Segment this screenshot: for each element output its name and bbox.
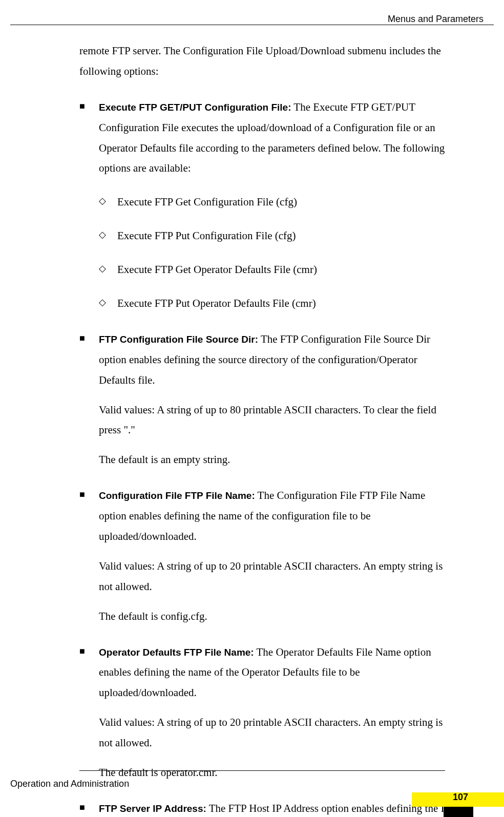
black-box: [444, 807, 473, 817]
content-area: remote FTP server. The Configuration Fil…: [79, 41, 450, 817]
bullet-title: FTP Server IP Address:: [99, 803, 206, 814]
bullet-title: Configuration File FTP File Name:: [99, 490, 255, 501]
intro-paragraph: remote FTP server. The Configuration Fil…: [79, 41, 450, 82]
footer-text: Operation and Administration: [10, 775, 494, 792]
footer-rule: [79, 770, 445, 771]
bullet-para: Valid values: A string of up to 80 print…: [99, 400, 450, 441]
header-rule: [10, 25, 494, 25]
bullet-para: Valid values: A string of up to 20 print…: [99, 556, 450, 597]
page-number-area: 107: [412, 792, 504, 817]
header-text: Menus and Parameters: [388, 10, 484, 28]
bullet-item-5: FTP Server IP Address: The FTP Host IP A…: [79, 799, 450, 817]
bullet-title: Operator Defaults FTP File Name:: [99, 647, 254, 658]
bullet-item-3: Configuration File FTP File Name: The Co…: [79, 486, 450, 626]
bullet-title: FTP Configuration File Source Dir:: [99, 334, 258, 345]
bullet-para: The default is an empty string.: [99, 450, 450, 470]
bullet-item-1: Execute FTP GET/PUT Configuration File: …: [79, 97, 450, 314]
bullet-para: Valid values: A string of up to 20 print…: [99, 713, 450, 753]
bullet-title: Execute FTP GET/PUT Configuration File:: [99, 102, 291, 113]
footer-area: Operation and Administration: [10, 770, 494, 792]
bullet-para: The default is config.cfg.: [99, 606, 450, 627]
page-number: 107: [453, 788, 468, 806]
bullet-item-2: FTP Configuration File Source Dir: The F…: [79, 329, 450, 470]
sub-item: Execute FTP Put Operator Defaults File (…: [99, 294, 450, 314]
bullet-item-4: Operator Defaults FTP File Name: The Ope…: [79, 642, 450, 783]
sub-item: Execute FTP Get Configuration File (cfg): [99, 192, 450, 213]
sub-item: Execute FTP Get Operator Defaults File (…: [99, 260, 450, 280]
sub-item: Execute FTP Put Configuration File (cfg): [99, 226, 450, 246]
